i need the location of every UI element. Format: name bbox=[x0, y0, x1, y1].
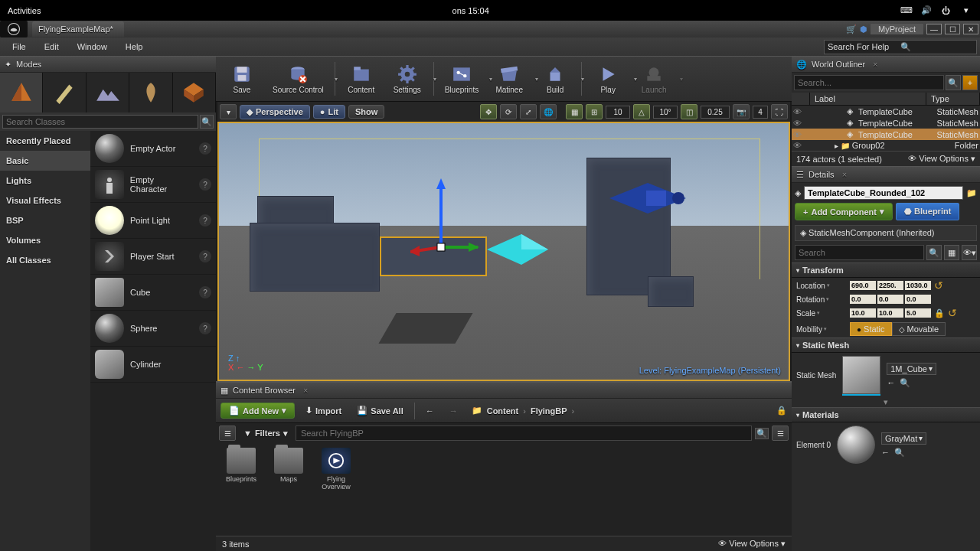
blueprints-button[interactable]: Blueprints▾ bbox=[439, 59, 485, 99]
asset-flying-overview[interactable]: Flying Overview bbox=[318, 448, 354, 531]
close-button[interactable]: ✕ bbox=[963, 24, 978, 34]
content-browser-tab[interactable]: ▦ Content Browser× bbox=[216, 382, 792, 399]
camera-speed-value[interactable]: 4 bbox=[753, 106, 768, 119]
path-back-button[interactable]: ← bbox=[421, 404, 439, 418]
camera-speed-button[interactable]: 📷 bbox=[733, 104, 750, 119]
browse-icon[interactable]: 🔍 bbox=[894, 448, 905, 458]
source-icon[interactable]: ⬢ bbox=[860, 24, 867, 34]
material-thumbnail[interactable] bbox=[837, 425, 875, 464]
lock-icon[interactable]: 🔒 bbox=[776, 406, 787, 416]
search-icon[interactable]: 🔍 bbox=[755, 428, 769, 439]
reset-icon[interactable]: ↺ bbox=[948, 307, 957, 319]
place-empty-actor[interactable]: Empty Actor? bbox=[90, 131, 216, 167]
maximize-button[interactable]: ☐ bbox=[945, 24, 960, 34]
folder-icon[interactable]: 📁 bbox=[472, 406, 482, 416]
3d-viewport[interactable]: Z ↑X ← → Y Level: FlyingExampleMap (Pers… bbox=[217, 122, 790, 381]
cat-all-classes[interactable]: All Classes bbox=[0, 250, 90, 270]
outliner-row[interactable]: 👁◈TemplateCubeStaticMesh bbox=[792, 106, 980, 117]
mobility-static[interactable]: ● Static bbox=[850, 322, 892, 336]
material-asset-dropdown[interactable]: GrayMat ▾ bbox=[881, 432, 926, 445]
cat-recently-placed[interactable]: Recently Placed bbox=[0, 131, 90, 151]
mode-place[interactable] bbox=[0, 73, 43, 112]
lock-icon[interactable]: 🔒 bbox=[934, 308, 945, 318]
asset-blueprints-folder[interactable]: Blueprints bbox=[224, 448, 259, 531]
outliner-row-selected[interactable]: 👁◈TemplateCubeStaticMesh bbox=[792, 129, 980, 140]
property-matrix-icon[interactable]: ▦ bbox=[944, 245, 959, 260]
static-mesh-header[interactable]: Static Mesh bbox=[792, 337, 980, 353]
add-actor-button[interactable]: + bbox=[962, 75, 978, 90]
activities-label[interactable]: Activities bbox=[8, 6, 41, 15]
reset-icon[interactable]: ↺ bbox=[934, 279, 943, 292]
power-icon[interactable]: ⏻ bbox=[940, 5, 952, 17]
place-player-start[interactable]: Player Start? bbox=[90, 239, 216, 275]
outliner-row[interactable]: 👁◈TemplateCubeStaticMesh bbox=[792, 117, 980, 129]
marketplace-icon[interactable]: 🛒 bbox=[846, 24, 857, 34]
grid-snap-value[interactable]: 10 bbox=[606, 106, 630, 119]
mode-landscape[interactable] bbox=[87, 73, 129, 112]
actor-name-input[interactable] bbox=[804, 186, 963, 200]
cat-bsp[interactable]: BSP bbox=[0, 210, 90, 230]
transform-header[interactable]: Transform bbox=[792, 262, 980, 278]
chevron-down-icon[interactable]: ▾ bbox=[960, 5, 972, 17]
content-search-input[interactable] bbox=[296, 425, 752, 441]
cb-settings-icon[interactable]: ☰ bbox=[772, 425, 789, 441]
help-icon[interactable]: ? bbox=[199, 286, 211, 298]
eye-icon[interactable]: 👁 bbox=[793, 119, 804, 128]
place-empty-character[interactable]: Empty Character? bbox=[90, 167, 216, 203]
browse-icon[interactable]: 🔍 bbox=[900, 378, 910, 388]
place-cylinder[interactable]: Cylinder bbox=[90, 347, 216, 383]
cat-basic[interactable]: Basic bbox=[0, 151, 90, 171]
scale-gizmo-button[interactable]: ⤢ bbox=[520, 104, 537, 119]
grid-snap-button[interactable]: ⊞ bbox=[586, 104, 603, 119]
view-options-button[interactable]: 👁 View Options ▾ bbox=[908, 154, 975, 164]
mesh-thumbnail[interactable] bbox=[842, 356, 880, 394]
location-y-input[interactable] bbox=[877, 281, 903, 290]
view-options-button[interactable]: 👁 View Options ▾ bbox=[718, 539, 786, 549]
mobility-movable[interactable]: ◇ Movable bbox=[892, 322, 946, 336]
location-z-input[interactable] bbox=[905, 281, 931, 290]
play-button[interactable]: Play▾ bbox=[586, 59, 629, 99]
mode-foliage[interactable] bbox=[129, 73, 172, 112]
import-button[interactable]: ⬇ Import bbox=[301, 403, 346, 418]
cat-lights[interactable]: Lights bbox=[0, 171, 90, 191]
document-tab[interactable]: FlyingExampleMap* bbox=[32, 21, 124, 37]
angle-snap-button[interactable]: △ bbox=[633, 104, 650, 119]
search-icon[interactable]: 🔍 bbox=[946, 75, 961, 90]
eye-icon[interactable]: 👁▾ bbox=[962, 245, 977, 260]
content-button[interactable]: Content bbox=[340, 59, 383, 99]
eye-icon[interactable]: 👁 bbox=[793, 107, 804, 116]
add-new-button[interactable]: 📄 Add New ▾ bbox=[220, 403, 295, 419]
add-component-button[interactable]: + Add Component ▾ bbox=[795, 203, 893, 220]
rotation-x-input[interactable] bbox=[850, 295, 876, 304]
mode-paint[interactable] bbox=[43, 73, 86, 112]
path-fwd-button[interactable]: → bbox=[445, 404, 462, 418]
help-icon[interactable]: ? bbox=[199, 142, 211, 155]
keyboard-icon[interactable]: ⌨ bbox=[900, 5, 913, 17]
rotate-gizmo-button[interactable]: ⟳ bbox=[500, 104, 517, 119]
place-point-light[interactable]: Point Light? bbox=[90, 203, 216, 239]
source-control-button[interactable]: Source Control▾ bbox=[266, 59, 330, 99]
show-dropdown[interactable]: Show bbox=[348, 105, 384, 119]
menu-help[interactable]: Help bbox=[116, 40, 152, 54]
search-icon[interactable]: 🔍 bbox=[926, 245, 942, 260]
vp-menu-button[interactable]: ▾ bbox=[220, 104, 237, 119]
menu-file[interactable]: File bbox=[3, 40, 35, 54]
search-classes-input[interactable] bbox=[2, 115, 198, 129]
asset-maps-folder[interactable]: Maps bbox=[271, 448, 306, 531]
build-button[interactable]: Build▾ bbox=[534, 59, 577, 99]
perspective-dropdown[interactable]: ◆ Perspective bbox=[240, 105, 310, 119]
translate-gizmo-button[interactable]: ✥ bbox=[480, 104, 497, 119]
filters-button[interactable]: ▼ Filters ▾ bbox=[239, 426, 292, 441]
search-icon[interactable]: 🔍 bbox=[200, 115, 214, 129]
surface-snap-button[interactable]: ▦ bbox=[566, 104, 583, 119]
search-help-input[interactable]: Search For Help 🔍 bbox=[824, 40, 977, 54]
maximize-viewport-button[interactable]: ⛶ bbox=[771, 104, 788, 119]
launch-button[interactable]: Launch▾ bbox=[632, 59, 675, 99]
world-outliner-tab[interactable]: 🌐World Outliner× bbox=[792, 56, 980, 73]
details-tab[interactable]: ☰Details× bbox=[792, 166, 980, 183]
scale-y-input[interactable] bbox=[877, 308, 903, 318]
rotation-y-input[interactable] bbox=[877, 295, 903, 304]
outliner-search-input[interactable] bbox=[794, 75, 944, 90]
lit-dropdown[interactable]: ● Lit bbox=[313, 105, 345, 119]
menu-edit[interactable]: Edit bbox=[35, 40, 68, 54]
